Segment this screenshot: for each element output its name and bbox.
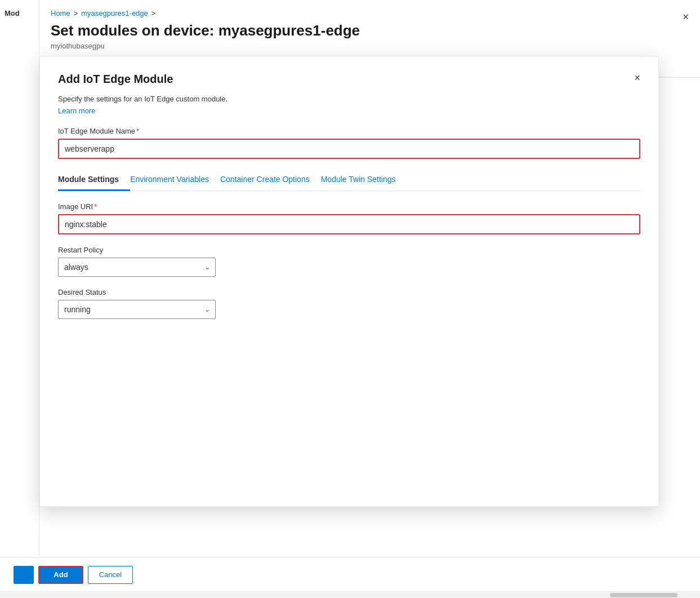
page-close-button[interactable]: ×: [683, 11, 689, 23]
modal-tabs: Module Settings Environment Variables Co…: [58, 170, 640, 191]
restart-policy-wrapper: always never on-failure on-unhealthy ⌄: [58, 258, 216, 277]
image-uri-input[interactable]: [58, 214, 640, 234]
modal-footer-separator: [40, 506, 658, 507]
breadcrumb: Home > myasegpures1-edge >: [51, 9, 686, 17]
modal-body: Specify the settings for an IoT Edge cus…: [40, 95, 658, 506]
restart-policy-label: Restart Policy: [58, 246, 640, 254]
restart-policy-select[interactable]: always never on-failure on-unhealthy: [58, 258, 216, 277]
module-name-group: IoT Edge Module Name*: [58, 127, 640, 159]
tab-container-create-options[interactable]: Container Create Options: [220, 170, 321, 191]
cancel-button[interactable]: Cancel: [88, 566, 133, 584]
module-name-label: IoT Edge Module Name*: [58, 127, 640, 135]
modal-header: Add IoT Edge Module ×: [40, 57, 658, 95]
desired-status-group: Desired Status running stopped ⌄: [58, 288, 640, 319]
add-iot-module-modal: Add IoT Edge Module × Specify the settin…: [39, 56, 659, 507]
tab-module-twin-settings[interactable]: Module Twin Settings: [321, 170, 407, 191]
page-subtitle: myiothubasegpu: [51, 42, 686, 50]
bottom-action-bar: Add Cancel: [0, 557, 700, 591]
modal-close-button[interactable]: ×: [634, 73, 640, 83]
breadcrumb-sep1: >: [74, 9, 78, 17]
module-name-input[interactable]: [58, 139, 640, 159]
desired-status-wrapper: running stopped ⌄: [58, 300, 216, 319]
learn-more-link[interactable]: Learn more: [58, 107, 95, 115]
breadcrumb-home[interactable]: Home: [51, 9, 70, 17]
left-tab-mod: Mod: [5, 9, 34, 17]
tab-environment-variables[interactable]: Environment Variables: [130, 170, 220, 191]
page-title: Set modules on device: myasegpures1-edge: [51, 22, 686, 39]
left-panel: Mod: [0, 0, 39, 591]
previous-button[interactable]: [14, 566, 34, 584]
scrollbar-thumb[interactable]: [610, 593, 677, 597]
breadcrumb-sep2: >: [151, 9, 156, 17]
tab-module-settings[interactable]: Module Settings: [58, 170, 130, 191]
restart-policy-group: Restart Policy always never on-failure o…: [58, 246, 640, 277]
tab-content-module-settings: Image URI* Restart Policy always never o…: [58, 191, 640, 319]
add-button[interactable]: Add: [38, 566, 83, 584]
desired-status-label: Desired Status: [58, 288, 640, 296]
modal-title: Add IoT Edge Module: [58, 73, 173, 86]
breadcrumb-parent[interactable]: myasegpures1-edge: [81, 9, 148, 17]
image-uri-label: Image URI*: [58, 202, 640, 211]
modal-description: Specify the settings for an IoT Edge cus…: [58, 95, 640, 103]
horizontal-scrollbar[interactable]: [0, 591, 700, 598]
image-uri-group: Image URI*: [58, 202, 640, 234]
desired-status-select[interactable]: running stopped: [58, 300, 216, 319]
